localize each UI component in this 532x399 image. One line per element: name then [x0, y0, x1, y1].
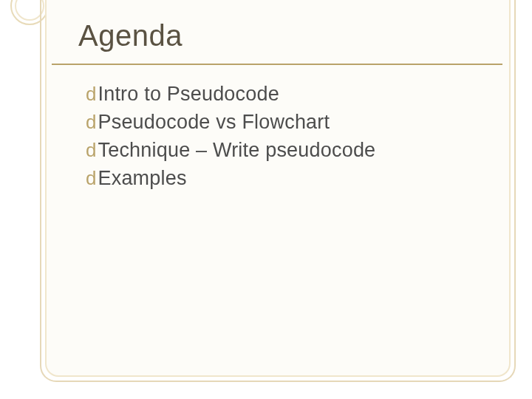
title-underline: [52, 64, 502, 65]
list-item: d Technique – Write pseudocode: [86, 137, 499, 163]
bullet-icon: d: [86, 109, 96, 134]
list-item: d Examples: [86, 166, 499, 191]
slide-title: Agenda: [78, 19, 183, 52]
slide: Agenda d Intro to Pseudocode d Pseudocod…: [0, 0, 532, 399]
list-item-text: Pseudocode vs Flowchart: [98, 109, 330, 134]
bullet-icon: d: [86, 166, 96, 191]
list-item-text: Intro to Pseudocode: [98, 81, 279, 106]
bullet-list: d Intro to Pseudocode d Pseudocode vs Fl…: [86, 81, 499, 194]
list-item-text: Examples: [98, 166, 186, 191]
bullet-icon: d: [86, 81, 96, 106]
bullet-icon: d: [86, 137, 96, 163]
list-item: d Intro to Pseudocode: [86, 81, 499, 106]
list-item-text: Technique – Write pseudocode: [98, 137, 375, 163]
list-item: d Pseudocode vs Flowchart: [86, 109, 499, 134]
